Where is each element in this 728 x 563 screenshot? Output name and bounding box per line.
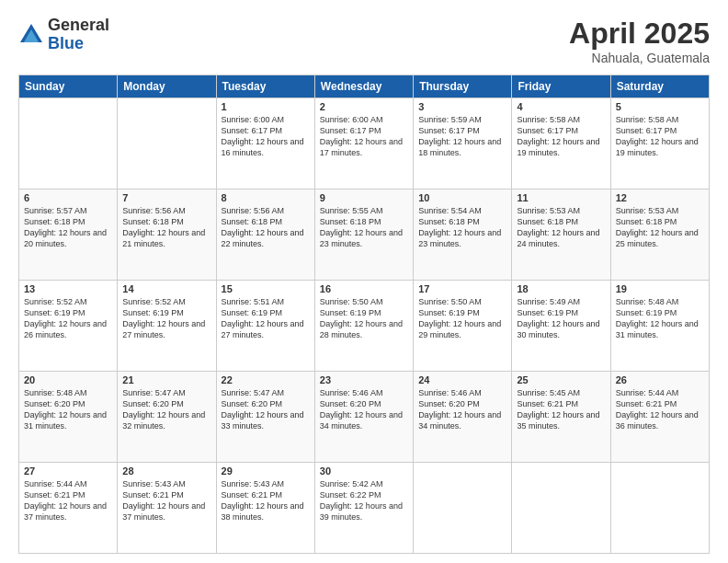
day-header-monday: Monday <box>118 75 216 98</box>
calendar-cell: 8Sunrise: 5:56 AM Sunset: 6:18 PM Daylig… <box>216 190 314 281</box>
day-info: Sunrise: 5:53 AM Sunset: 6:18 PM Dayligh… <box>616 205 704 250</box>
day-number: 24 <box>418 374 506 385</box>
day-info: Sunrise: 5:51 AM Sunset: 6:19 PM Dayligh… <box>222 296 310 341</box>
day-header-friday: Friday <box>512 75 610 98</box>
logo-blue: Blue <box>48 35 109 53</box>
day-info: Sunrise: 5:54 AM Sunset: 6:18 PM Dayligh… <box>418 205 506 250</box>
day-info: Sunrise: 5:43 AM Sunset: 6:21 PM Dayligh… <box>222 478 310 523</box>
header-row: SundayMondayTuesdayWednesdayThursdayFrid… <box>19 75 710 98</box>
day-info: Sunrise: 5:53 AM Sunset: 6:18 PM Dayligh… <box>517 205 605 250</box>
calendar-cell: 21Sunrise: 5:47 AM Sunset: 6:20 PM Dayli… <box>118 372 216 463</box>
calendar-cell: 23Sunrise: 5:46 AM Sunset: 6:20 PM Dayli… <box>314 372 413 463</box>
calendar-cell: 7Sunrise: 5:56 AM Sunset: 6:18 PM Daylig… <box>118 190 216 281</box>
day-number: 17 <box>418 283 506 294</box>
calendar-cell: 12Sunrise: 5:53 AM Sunset: 6:18 PM Dayli… <box>610 190 709 281</box>
calendar-cell <box>512 463 610 554</box>
day-info: Sunrise: 5:45 AM Sunset: 6:21 PM Dayligh… <box>517 387 605 432</box>
calendar-cell: 18Sunrise: 5:49 AM Sunset: 6:19 PM Dayli… <box>512 281 610 372</box>
day-number: 30 <box>320 465 408 477</box>
calendar-cell: 13Sunrise: 5:52 AM Sunset: 6:19 PM Dayli… <box>19 281 118 372</box>
day-number: 29 <box>222 465 310 477</box>
calendar-cell: 14Sunrise: 5:52 AM Sunset: 6:19 PM Dayli… <box>118 281 216 372</box>
day-info: Sunrise: 6:00 AM Sunset: 6:17 PM Dayligh… <box>222 114 310 159</box>
day-info: Sunrise: 5:43 AM Sunset: 6:21 PM Dayligh… <box>122 478 210 523</box>
day-number: 6 <box>24 192 112 203</box>
page: General Blue April 2025 Nahuala, Guatema… <box>0 0 728 563</box>
calendar-cell: 10Sunrise: 5:54 AM Sunset: 6:18 PM Dayli… <box>414 190 512 281</box>
calendar-cell <box>414 463 512 554</box>
day-info: Sunrise: 5:46 AM Sunset: 6:20 PM Dayligh… <box>418 387 506 432</box>
day-info: Sunrise: 5:47 AM Sunset: 6:20 PM Dayligh… <box>222 387 310 432</box>
calendar-cell: 16Sunrise: 5:50 AM Sunset: 6:19 PM Dayli… <box>314 281 413 372</box>
day-info: Sunrise: 5:49 AM Sunset: 6:19 PM Dayligh… <box>517 296 605 341</box>
calendar-cell: 3Sunrise: 5:59 AM Sunset: 6:17 PM Daylig… <box>414 98 512 190</box>
day-number: 12 <box>616 192 704 203</box>
day-info: Sunrise: 5:44 AM Sunset: 6:21 PM Dayligh… <box>616 387 704 432</box>
day-number: 5 <box>616 101 704 112</box>
calendar-table: SundayMondayTuesdayWednesdayThursdayFrid… <box>18 75 710 554</box>
day-header-saturday: Saturday <box>610 75 709 98</box>
day-number: 15 <box>222 283 310 294</box>
day-header-thursday: Thursday <box>414 75 512 98</box>
calendar-cell: 6Sunrise: 5:57 AM Sunset: 6:18 PM Daylig… <box>19 190 118 281</box>
day-info: Sunrise: 5:55 AM Sunset: 6:18 PM Dayligh… <box>320 205 408 250</box>
day-info: Sunrise: 5:46 AM Sunset: 6:20 PM Dayligh… <box>320 387 408 432</box>
day-info: Sunrise: 5:42 AM Sunset: 6:22 PM Dayligh… <box>320 478 408 523</box>
day-info: Sunrise: 5:48 AM Sunset: 6:19 PM Dayligh… <box>616 296 704 341</box>
day-info: Sunrise: 5:57 AM Sunset: 6:18 PM Dayligh… <box>24 205 112 250</box>
calendar-cell: 19Sunrise: 5:48 AM Sunset: 6:19 PM Dayli… <box>610 281 709 372</box>
day-number: 20 <box>24 374 112 385</box>
day-header-sunday: Sunday <box>19 75 118 98</box>
calendar-cell: 11Sunrise: 5:53 AM Sunset: 6:18 PM Dayli… <box>512 190 610 281</box>
calendar-cell: 27Sunrise: 5:44 AM Sunset: 6:21 PM Dayli… <box>19 463 118 554</box>
calendar-cell: 20Sunrise: 5:48 AM Sunset: 6:20 PM Dayli… <box>19 372 118 463</box>
day-info: Sunrise: 5:58 AM Sunset: 6:17 PM Dayligh… <box>517 114 605 159</box>
calendar-cell: 9Sunrise: 5:55 AM Sunset: 6:18 PM Daylig… <box>314 190 413 281</box>
month-title: April 2025 <box>569 17 710 51</box>
header: General Blue April 2025 Nahuala, Guatema… <box>18 17 710 65</box>
day-number: 11 <box>517 192 605 203</box>
calendar-cell: 26Sunrise: 5:44 AM Sunset: 6:21 PM Dayli… <box>610 372 709 463</box>
calendar-cell: 17Sunrise: 5:50 AM Sunset: 6:19 PM Dayli… <box>414 281 512 372</box>
day-number: 25 <box>517 374 605 385</box>
day-number: 2 <box>320 101 408 112</box>
calendar-cell: 4Sunrise: 5:58 AM Sunset: 6:17 PM Daylig… <box>512 98 610 190</box>
day-number: 22 <box>222 374 310 385</box>
day-number: 7 <box>122 192 210 203</box>
day-info: Sunrise: 5:47 AM Sunset: 6:20 PM Dayligh… <box>122 387 210 432</box>
day-header-tuesday: Tuesday <box>216 75 314 98</box>
day-number: 19 <box>616 283 704 294</box>
calendar-cell <box>118 98 216 190</box>
logo-general: General <box>48 17 109 35</box>
day-number: 16 <box>320 283 408 294</box>
calendar-cell: 2Sunrise: 6:00 AM Sunset: 6:17 PM Daylig… <box>314 98 413 190</box>
day-info: Sunrise: 5:59 AM Sunset: 6:17 PM Dayligh… <box>418 114 506 159</box>
day-number: 18 <box>517 283 605 294</box>
day-number: 8 <box>222 192 310 203</box>
calendar-cell <box>19 98 118 190</box>
day-number: 3 <box>418 101 506 112</box>
logo: General Blue <box>18 17 109 53</box>
calendar-cell: 30Sunrise: 5:42 AM Sunset: 6:22 PM Dayli… <box>314 463 413 554</box>
calendar-cell: 22Sunrise: 5:47 AM Sunset: 6:20 PM Dayli… <box>216 372 314 463</box>
day-info: Sunrise: 5:52 AM Sunset: 6:19 PM Dayligh… <box>24 296 112 341</box>
location: Nahuala, Guatemala <box>569 51 710 65</box>
day-info: Sunrise: 5:48 AM Sunset: 6:20 PM Dayligh… <box>24 387 112 432</box>
calendar-cell: 28Sunrise: 5:43 AM Sunset: 6:21 PM Dayli… <box>118 463 216 554</box>
week-row-5: 27Sunrise: 5:44 AM Sunset: 6:21 PM Dayli… <box>19 463 710 554</box>
day-info: Sunrise: 6:00 AM Sunset: 6:17 PM Dayligh… <box>320 114 408 159</box>
day-header-wednesday: Wednesday <box>314 75 413 98</box>
day-number: 27 <box>24 465 112 477</box>
day-info: Sunrise: 5:58 AM Sunset: 6:17 PM Dayligh… <box>616 114 704 159</box>
day-number: 26 <box>616 374 704 385</box>
week-row-2: 6Sunrise: 5:57 AM Sunset: 6:18 PM Daylig… <box>19 190 710 281</box>
calendar-cell: 15Sunrise: 5:51 AM Sunset: 6:19 PM Dayli… <box>216 281 314 372</box>
day-number: 28 <box>122 465 210 477</box>
day-number: 9 <box>320 192 408 203</box>
calendar-cell <box>610 463 709 554</box>
day-number: 13 <box>24 283 112 294</box>
day-number: 14 <box>122 283 210 294</box>
day-info: Sunrise: 5:56 AM Sunset: 6:18 PM Dayligh… <box>222 205 310 250</box>
day-number: 23 <box>320 374 408 385</box>
title-area: April 2025 Nahuala, Guatemala <box>569 17 710 65</box>
